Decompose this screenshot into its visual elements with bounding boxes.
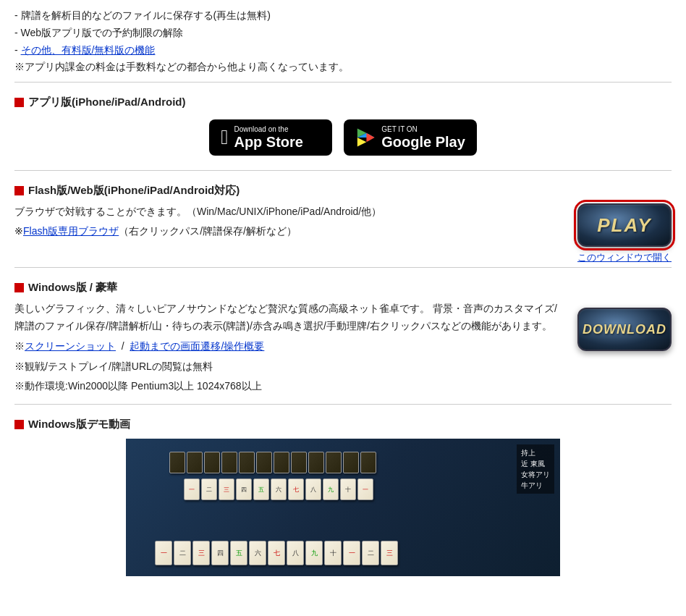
- tiles-bottom-row: 一 二 三 四 五 六 七 八 九 十 一 二 三: [155, 541, 398, 565]
- windows-text-block: 美しいグラフィック、清々しいピアノサウンドなどなど贅沢な質感の高級ネット雀卓です…: [14, 300, 563, 398]
- tile: 三: [219, 478, 234, 500]
- tile: [326, 452, 342, 473]
- tile: [274, 452, 289, 473]
- bullet-item-1: - 牌譜を解析目的などのファイルに保存する(再生は無料): [14, 7, 672, 25]
- open-window-link[interactable]: このウィンドウで開く: [577, 251, 672, 264]
- video-section: Windows版デモ動画: [14, 418, 672, 576]
- tile: [239, 452, 255, 473]
- demo-section-header: Windows版デモ動画: [14, 418, 672, 431]
- video-placeholder: 一 二 三 四 五 六 七 八 九 十 一 一 二 三 四: [126, 439, 560, 576]
- tile: 七: [288, 478, 304, 500]
- tile: 十: [324, 541, 342, 565]
- tile: 一: [343, 541, 360, 565]
- tile: 二: [362, 541, 379, 565]
- tile: 一: [357, 478, 373, 500]
- flash-desc1: ブラウザで対戦することができます。（Win/Mac/UNIX/iPhone/iP…: [14, 203, 563, 219]
- tile: [187, 452, 203, 473]
- tile: [204, 452, 220, 473]
- googleplay-button[interactable]: GET IT ON Google Play: [344, 119, 477, 156]
- info-line2: 近 東風: [521, 458, 550, 469]
- flash-section-header: Flash版/Web版(iPhone/iPad/Android対応): [14, 184, 672, 198]
- tile: 四: [236, 478, 252, 500]
- divider-2: [14, 170, 672, 171]
- flash-desc2-suffix: （右クリックパス/牌譜保存/解析など）: [119, 225, 297, 237]
- tile: 一: [184, 478, 200, 500]
- flash-section-title: Flash版/Web版(iPhone/iPad/Android対応): [28, 184, 240, 198]
- other-features-link[interactable]: その他、有料版/無料版の機能: [21, 44, 156, 56]
- play-btn-wrapper: PLAY このウィンドウで開く: [577, 203, 672, 264]
- divider-1: [14, 82, 672, 83]
- tile: 十: [340, 478, 356, 500]
- tile: 九: [323, 478, 339, 500]
- info-line4: 牛アリ: [521, 480, 550, 491]
- googleplay-text-block: GET IT ON Google Play: [381, 125, 465, 150]
- appstore-text-block: Download on the App Store: [234, 125, 303, 150]
- red-square-icon-3: [14, 283, 24, 292]
- svg-marker-4: [357, 138, 367, 147]
- tile: 五: [230, 541, 247, 565]
- tile: 三: [381, 541, 398, 565]
- tile: 四: [211, 541, 229, 565]
- appstore-top-line: Download on the: [234, 125, 303, 134]
- red-square-icon-2: [14, 186, 24, 195]
- tile: [343, 452, 359, 473]
- app-section-title: アプリ版(iPhone/iPad/Android): [28, 96, 186, 109]
- windows-links: ※スクリーンショット / 起動までの画面遷移/操作概要: [14, 338, 563, 355]
- mahjong-table: 一 二 三 四 五 六 七 八 九 十 一 一 二 三 四: [126, 439, 560, 576]
- googleplay-top-line: GET IT ON: [381, 125, 465, 134]
- charge-note: ※アプリ内課金の料金は手数料などの都合から他より高くなっています。: [14, 59, 672, 76]
- flash-text-block: ブラウザで対戦することができます。（Win/Mac/UNIX/iPhone/iP…: [14, 203, 563, 242]
- red-square-icon-4: [14, 420, 24, 429]
- tile: 三: [192, 541, 210, 565]
- tile: 二: [201, 478, 217, 500]
- demo-section-title: Windows版デモ動画: [28, 418, 130, 431]
- info-line3: 女将アリ: [521, 469, 550, 480]
- download-button[interactable]: DOWNLOAD: [577, 308, 672, 351]
- tile: 七: [268, 541, 285, 565]
- tile: 八: [305, 478, 321, 500]
- tile: [360, 452, 376, 473]
- tile: 六: [249, 541, 266, 565]
- tile: [221, 452, 237, 473]
- appstore-main-line: App Store: [234, 134, 303, 150]
- tile: [169, 452, 185, 473]
- page-content: - 牌譜を解析目的などのファイルに保存する(再生は無料) - Web版アプリ版で…: [14, 7, 672, 576]
- windows-section-header: Windows版 / 豪華: [14, 281, 672, 295]
- appstore-button[interactable]:  Download on the App Store: [209, 119, 332, 156]
- tile: 九: [305, 541, 323, 565]
- windows-note2: ※動作環境:Win2000以降 Pentium3以上 1024x768以上: [14, 378, 563, 395]
- tile: [291, 452, 307, 473]
- bullet-list: - 牌譜を解析目的などのファイルに保存する(再生は無料) - Web版アプリ版で…: [14, 7, 672, 76]
- tile: 六: [271, 478, 287, 500]
- flash-browser-link[interactable]: Flash版専用ブラウザ: [23, 225, 119, 237]
- svg-marker-3: [367, 133, 375, 143]
- info-line1: 持上: [521, 447, 550, 458]
- divider-4: [14, 404, 672, 405]
- tile: [256, 452, 272, 473]
- flash-section-body: ブラウザで対戦することができます。（Win/Mac/UNIX/iPhone/iP…: [14, 203, 672, 264]
- tiles-top-row: [169, 452, 376, 473]
- flash-desc2: ※Flash版専用ブラウザ（右クリックパス/牌譜保存/解析など）: [14, 223, 563, 239]
- tile: [308, 452, 324, 473]
- apple-icon: : [221, 127, 228, 148]
- windows-section-body: 美しいグラフィック、清々しいピアノサウンドなどなど贅沢な質感の高級ネット雀卓です…: [14, 300, 672, 398]
- tile: 八: [287, 541, 304, 565]
- info-panel: 持上 近 東風 女将アリ 牛アリ: [517, 444, 554, 494]
- tiles-mid-top-row: 一 二 三 四 五 六 七 八 九 十 一: [184, 478, 373, 500]
- startup-guide-link[interactable]: 起動までの画面遷移/操作概要: [130, 340, 264, 352]
- divider-3: [14, 267, 672, 268]
- app-section-header: アプリ版(iPhone/iPad/Android): [14, 96, 672, 109]
- googleplay-main-line: Google Play: [381, 134, 465, 150]
- windows-note1: ※観戦/テストプレイ/牌譜URLの閲覧は無料: [14, 358, 563, 376]
- windows-desc: 美しいグラフィック、清々しいピアノサウンドなどなど贅沢な質感の高級ネット雀卓です…: [14, 300, 563, 335]
- app-buttons-row:  Download on the App Store GET IT ON Go…: [14, 119, 672, 156]
- bullet-item-2: - Web版アプリ版での予約制限の解除: [14, 25, 672, 42]
- play-button[interactable]: PLAY: [577, 203, 672, 247]
- bullet-item-3: - その他、有料版/無料版の機能: [14, 42, 672, 59]
- screenshot-link[interactable]: スクリーンショット: [25, 340, 116, 352]
- tile: 一: [155, 541, 172, 565]
- red-square-icon: [14, 98, 24, 107]
- windows-section-title: Windows版 / 豪華: [28, 281, 117, 295]
- tile: 五: [253, 478, 269, 500]
- tile: 二: [174, 541, 191, 565]
